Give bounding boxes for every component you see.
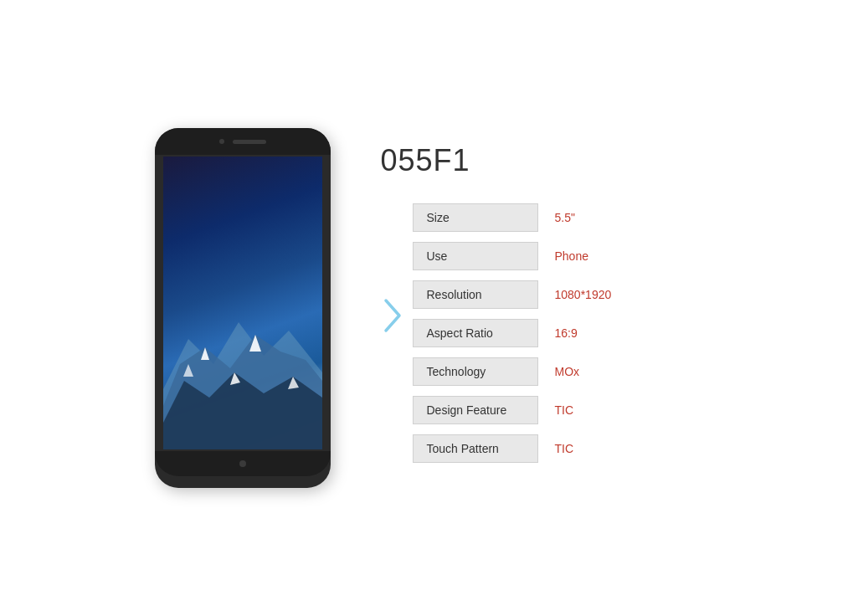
spec-label-use: Use <box>413 242 538 270</box>
spec-row: Size5.5" <box>413 203 699 232</box>
chevron-icon <box>381 297 404 334</box>
mountain-overlay <box>163 289 322 450</box>
spec-label-resolution: Resolution <box>413 280 538 309</box>
svg-marker-5 <box>163 372 322 450</box>
spec-label-design-feature: Design Feature <box>413 396 538 424</box>
spec-row: Aspect Ratio16:9 <box>413 319 699 347</box>
specs-panel: 055F1 Size5.5"UsePhoneResolution1080*192… <box>381 143 699 473</box>
spec-value-resolution: 1080*1920 <box>555 288 622 301</box>
spec-value-aspect-ratio: 16:9 <box>555 326 622 340</box>
spec-row: Resolution1080*1920 <box>413 280 699 309</box>
spec-label-size: Size <box>413 203 538 232</box>
product-title: 055F1 <box>381 143 699 178</box>
spec-row: Design FeatureTIC <box>413 396 699 424</box>
phone-home-button <box>239 460 246 467</box>
phone-camera <box>219 139 224 144</box>
spec-label-aspect-ratio: Aspect Ratio <box>413 319 538 347</box>
spec-row: Touch PatternTIC <box>413 434 699 463</box>
phone-speaker <box>233 140 266 144</box>
spec-value-use: Phone <box>555 249 622 263</box>
spec-value-technology: MOx <box>555 365 622 378</box>
phone-body <box>155 128 331 488</box>
page-container: 055F1 Size5.5"UsePhoneResolution1080*192… <box>0 0 853 616</box>
chevron-wrapper <box>381 203 404 334</box>
spec-row: UsePhone <box>413 242 699 270</box>
phone-top-bar <box>155 128 331 155</box>
phone-bottom-bar <box>155 451 331 476</box>
phone-illustration <box>155 128 331 488</box>
spec-value-design-feature: TIC <box>555 403 622 417</box>
specs-rows: Size5.5"UsePhoneResolution1080*1920Aspec… <box>413 203 699 473</box>
phone-screen <box>163 157 322 449</box>
spec-label-touch-pattern: Touch Pattern <box>413 434 538 463</box>
spec-row: TechnologyMOx <box>413 357 699 386</box>
spec-label-technology: Technology <box>413 357 538 386</box>
specs-content: Size5.5"UsePhoneResolution1080*1920Aspec… <box>381 203 699 473</box>
spec-value-touch-pattern: TIC <box>555 442 622 455</box>
spec-value-size: 5.5" <box>555 211 622 224</box>
